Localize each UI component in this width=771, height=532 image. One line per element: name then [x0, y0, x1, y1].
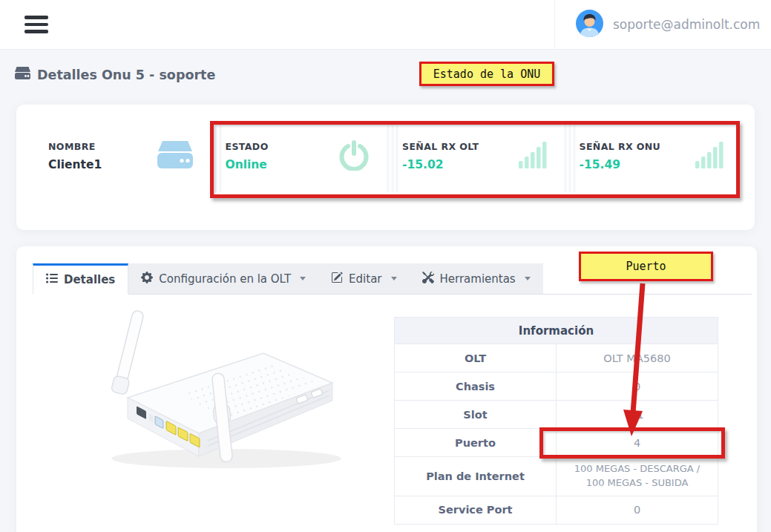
annotation-estado-onu: Estado de la ONU: [419, 62, 554, 86]
onu-product-image: [74, 303, 352, 481]
annotation-puerto: Puerto: [579, 252, 713, 281]
table-row-chasis: Chasis 0: [395, 372, 718, 401]
row-label: OLT: [395, 344, 557, 372]
row-label: Slot: [395, 401, 557, 429]
tab-label: Herramientas: [440, 272, 516, 286]
table-row-slot: Slot 11: [395, 401, 718, 429]
tab-label: Configuración en la OLT: [159, 272, 291, 286]
stat-label: NOMBRE: [48, 141, 102, 152]
chevron-down-icon: [391, 277, 397, 280]
tab-label: Editar: [349, 272, 381, 286]
hamburger-menu-icon[interactable]: [24, 16, 48, 33]
row-value: 100 MEGAS - DESCARGA / 100 MEGAS - SUBID…: [557, 457, 718, 496]
row-label: Plan de Internet: [395, 457, 557, 496]
detail-card: Detalles Configuración en la OLT: [16, 246, 757, 532]
chevron-down-icon: [300, 277, 306, 280]
row-label: Chasis: [395, 372, 557, 401]
page-root: soporte@adminolt.com Detalles Onu 5 - so…: [0, 0, 771, 532]
gear-icon: [141, 272, 153, 286]
table-row-service-port: Service Port 0: [395, 496, 718, 524]
tab-herramientas[interactable]: Herramientas: [410, 263, 543, 294]
row-label: Service Port: [395, 496, 557, 524]
tools-icon: [422, 272, 434, 286]
tab-label: Detalles: [64, 273, 115, 286]
informacion-table: Información OLT OLT MA5680 Chasis 0 Slot…: [394, 317, 718, 525]
user-avatar: [576, 10, 603, 40]
tab-detalles[interactable]: Detalles: [33, 263, 128, 295]
stat-nombre: NOMBRE Cliente1: [48, 141, 211, 171]
list-icon: [46, 273, 58, 286]
row-value: 0: [557, 372, 718, 401]
row-value: 0: [557, 496, 718, 524]
annotation-highlight-puerto-value: [539, 427, 725, 459]
user-email: soporte@adminolt.com: [613, 17, 760, 32]
top-navbar: soporte@adminolt.com: [0, 0, 771, 50]
stat-value: Cliente1: [48, 158, 102, 171]
user-menu[interactable]: soporte@adminolt.com: [554, 0, 771, 49]
breadcrumb-title: Detalles Onu 5 - soporte: [15, 67, 215, 82]
chevron-down-icon: [525, 277, 531, 280]
tab-editar[interactable]: Editar: [318, 263, 409, 294]
row-label: Puerto: [395, 429, 557, 457]
table-header: Información: [395, 318, 718, 344]
device-icon: [157, 141, 193, 171]
row-value: OLT MA5680: [557, 344, 718, 372]
edit-icon: [331, 272, 343, 286]
tab-strip: Configuración en la OLT Editar: [128, 263, 542, 294]
annotation-highlight-status: [210, 121, 740, 198]
table-row-olt: OLT OLT MA5680: [395, 344, 718, 372]
page-title: Detalles Onu 5 - soporte: [37, 68, 215, 82]
row-value: 11: [557, 401, 718, 429]
table-row-plan: Plan de Internet 100 MEGAS - DESCARGA / …: [395, 457, 718, 496]
onu-device-icon: [15, 67, 30, 82]
tab-configuracion-olt[interactable]: Configuración en la OLT: [128, 263, 318, 294]
